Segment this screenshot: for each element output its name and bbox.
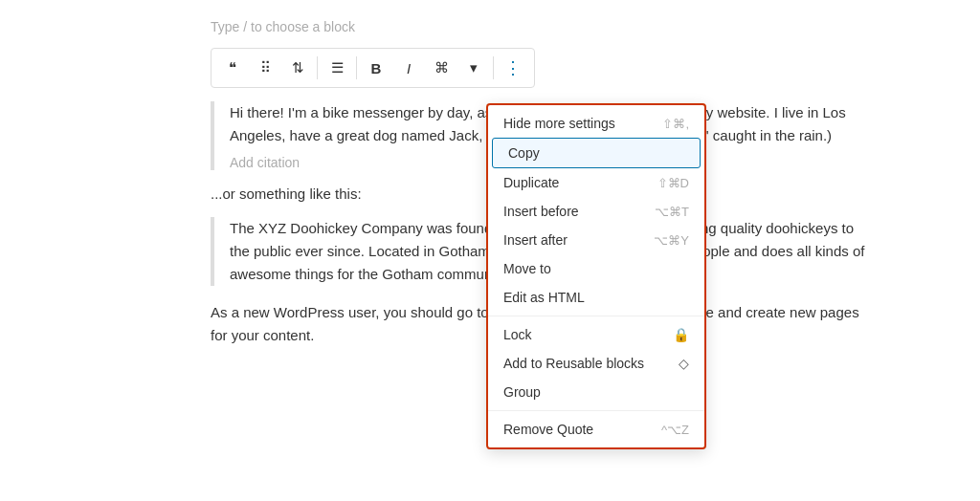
menu-item-move-to[interactable]: Move to xyxy=(488,254,704,283)
menu-shortcut-insert-before: ⌥⌘T xyxy=(655,205,689,219)
lock-icon: 🔒 xyxy=(673,327,689,342)
chevron-button[interactable]: ▾ xyxy=(458,53,489,83)
menu-item-insert-before[interactable]: Insert before ⌥⌘T xyxy=(488,197,704,226)
menu-label-move-to: Move to xyxy=(503,261,551,276)
menu-item-remove-quote[interactable]: Remove Quote ^⌥Z xyxy=(488,415,704,444)
menu-item-group[interactable]: Group xyxy=(488,378,704,406)
menu-label-remove-quote: Remove Quote xyxy=(503,422,593,437)
context-menu: Hide more settings ⇧⌘, Copy Duplicate ⇧⌘… xyxy=(486,103,706,449)
menu-item-lock[interactable]: Lock 🔒 xyxy=(488,320,704,349)
quote-button[interactable]: ❝ xyxy=(217,53,248,83)
menu-shortcut-duplicate: ⇧⌘D xyxy=(657,176,689,190)
bold-button[interactable]: B xyxy=(361,53,391,83)
menu-item-insert-after[interactable]: Insert after ⌥⌘Y xyxy=(488,226,704,254)
menu-item-copy[interactable]: Copy xyxy=(492,138,701,168)
move-button[interactable]: ⇅ xyxy=(282,53,313,83)
menu-label-insert-before: Insert before xyxy=(503,204,579,219)
menu-item-reusable[interactable]: Add to Reusable blocks ◇ xyxy=(488,349,704,378)
toolbar-divider-1 xyxy=(317,56,318,79)
toolbar-divider-3 xyxy=(493,56,494,79)
menu-label-copy: Copy xyxy=(508,145,540,161)
menu-shortcut-remove-quote: ^⌥Z xyxy=(661,423,689,437)
menu-label-edit-html: Edit as HTML xyxy=(503,290,585,305)
menu-shortcut-hide-settings: ⇧⌘, xyxy=(662,117,689,131)
block-toolbar: ❝ ⠿ ⇅ ☰ B I ⌘ ▾ ⋮ xyxy=(211,48,535,88)
menu-label-insert-after: Insert after xyxy=(503,232,568,248)
block-hint: Type / to choose a block xyxy=(115,19,865,34)
link-button[interactable]: ⌘ xyxy=(426,53,457,83)
menu-divider-1 xyxy=(488,316,704,316)
italic-button[interactable]: I xyxy=(393,53,424,83)
menu-label-reusable: Add to Reusable blocks xyxy=(503,356,644,371)
menu-label-lock: Lock xyxy=(503,327,532,342)
align-button[interactable]: ☰ xyxy=(322,53,352,83)
editor-area: Type / to choose a block ❝ ⠿ ⇅ ☰ B I ⌘ ▾… xyxy=(0,0,980,366)
menu-label-hide-settings: Hide more settings xyxy=(503,116,615,131)
menu-item-edit-html[interactable]: Edit as HTML xyxy=(488,283,704,312)
menu-divider-2 xyxy=(488,410,704,411)
menu-shortcut-insert-after: ⌥⌘Y xyxy=(654,233,689,248)
menu-item-duplicate[interactable]: Duplicate ⇧⌘D xyxy=(488,168,704,197)
reusable-icon: ◇ xyxy=(679,356,689,371)
menu-item-hide-settings[interactable]: Hide more settings ⇧⌘, xyxy=(488,109,704,138)
menu-label-duplicate: Duplicate xyxy=(503,175,559,190)
toolbar-divider-2 xyxy=(356,56,357,79)
menu-label-group: Group xyxy=(503,384,541,400)
options-button[interactable]: ⋮ xyxy=(498,53,528,83)
drag-button[interactable]: ⠿ xyxy=(250,53,280,83)
